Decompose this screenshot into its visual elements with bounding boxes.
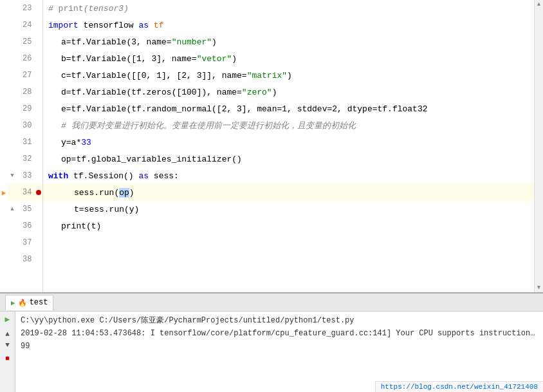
right-scrollbar[interactable]: ▲ ▼ [534,0,543,292]
gutter-row-24: 24 [8,17,42,33]
fold-36[interactable] [8,221,17,230]
scroll-down-icon[interactable]: ▼ [537,285,540,291]
code-line-28[interactable]: d=tf.Variable(tf.zeros([100]), name="zer… [43,84,534,100]
code-line-24[interactable]: import tensorflow as tf [43,17,534,33]
code-line-23[interactable]: # print(tensor3) [43,0,534,17]
run-tab[interactable]: ▶ 🔥 test [5,295,53,310]
editor-area: ▶ 23 24 25 26 [0,0,543,292]
fold-29[interactable] [8,104,17,113]
line-num-29: 29 [17,104,34,113]
gutter-row-31: 31 [8,134,42,151]
fold-27[interactable] [8,71,17,80]
code-token: tf [154,21,164,30]
code-token: as [138,21,149,30]
gutter-row-35: ▲ 35 [8,201,42,218]
gutter-row-26: 26 [8,50,42,67]
code-token: import [48,21,78,30]
console-output-text2: 99 [21,342,30,351]
code-line-30[interactable]: # 我们要对变量进行初始化。变量在使用前一定要进行初始化，且变量的初始化 [43,117,534,134]
debug-indicators: ▶ [0,0,8,292]
code-line-38[interactable] [43,251,534,268]
code-token: sess.run( [74,188,119,198]
fold-23[interactable] [8,4,17,13]
code-line-32[interactable]: op=tf.global_variables_initializer() [43,151,534,167]
code-token: # 我们要对变量进行初始化。变量在使用前一定要进行初始化，且变量的初始化 [61,120,356,131]
code-line-37[interactable] [43,234,534,251]
line-num-32: 32 [17,154,34,163]
line-num-33: 33 [17,171,34,180]
code-token [149,21,154,30]
code-line-36[interactable]: print(t) [43,218,534,234]
code-line-25[interactable]: a=tf.Variable(3, name="number") [43,33,534,50]
line-num-36: 36 [17,221,34,230]
gutter-row-37: 37 [8,234,42,251]
code-token: "vetor" [197,54,232,64]
line-number-gutter: 23 24 25 26 27 28 [8,0,43,292]
bottom-tabs: ▶ 🔥 test [0,294,543,312]
console-stop-btn[interactable]: ■ [5,355,10,362]
line-num-28: 28 [17,88,34,97]
fold-37[interactable] [8,238,17,247]
bp-34[interactable] [34,190,42,195]
console-output-area: ▶ ▲ ▼ ■ C:\yy\python.exe C:/Users/陈亚豪/Py… [0,312,543,392]
code-token: ) [129,188,134,198]
fold-35[interactable]: ▲ [8,205,17,214]
code-line-27[interactable]: c=tf.Variable([[0, 1], [2, 3]], name="ma… [43,67,534,84]
code-line-34[interactable]: sess.run(op) [43,184,534,201]
indicator-36 [0,218,8,234]
line-num-31: 31 [17,138,34,147]
line-num-38: 38 [17,255,34,264]
gutter-row-28: 28 [8,84,42,100]
line-num-37: 37 [17,238,34,247]
console-output-text1: 2019-02-28 11:04:53.473648: I tensorflow… [21,329,538,338]
fold-31[interactable] [8,138,17,147]
code-token: t=sess.run(y) [74,205,139,214]
code-token: "matrix" [247,71,287,80]
code-line-35[interactable]: t=sess.run(y) [43,201,534,218]
gutter-row-34: 34 [8,184,42,201]
run-play-icon: ▶ [11,299,15,307]
code-token: c=tf.Variable([[0, 1], [2, 3]], name= [61,71,247,80]
fold-32[interactable] [8,154,17,163]
code-line-33[interactable]: with tf.Session() as sess: [43,167,534,184]
url-text: https://blog.csdn.net/weixin_41721408 [381,383,538,391]
console-play-btn[interactable]: ▶ [5,314,10,324]
gutter-row-30: 30 [8,117,42,134]
fold-34[interactable] [8,188,17,197]
console-down-btn[interactable]: ▼ [5,341,10,349]
indicator-37 [0,234,8,251]
code-content[interactable]: # print(tensor3) import tensorflow as tf… [43,0,534,292]
indicator-28 [0,84,8,100]
scroll-up-icon[interactable]: ▲ [537,1,540,8]
indicator-24 [0,17,8,33]
code-token: e=tf.Variable(tf.random_normal([2, 3], m… [61,104,428,114]
fold-30[interactable] [8,121,17,130]
debug-arrow-icon: ▶ [2,189,6,197]
line-num-30: 30 [17,121,34,130]
code-line-31[interactable]: y=a*33 [43,134,534,151]
console-output-line1: 2019-02-28 11:04:53.473648: I tensorflow… [21,327,538,340]
code-token: ) [232,54,237,64]
line-num-26: 26 [17,54,34,63]
console-up-btn[interactable]: ▲ [5,330,10,338]
console-cmd-text: C:\yy\python.exe C:/Users/陈亚豪/PycharmPro… [21,316,354,325]
code-line-29[interactable]: e=tf.Variable(tf.random_normal([2, 3], m… [43,100,534,117]
code-token: print(t) [61,221,101,231]
url-bar: https://blog.csdn.net/weixin_41721408 [375,381,543,392]
line-num-34: 34 [17,188,34,197]
fold-26[interactable] [8,54,17,63]
gutter-row-36: 36 [8,218,42,234]
fold-38[interactable] [8,255,17,264]
fold-25[interactable] [8,37,17,46]
fold-24[interactable] [8,21,17,30]
bottom-panel: ▶ 🔥 test ▶ ▲ ▼ ■ C:\yy\python.exe C:/Use… [0,292,543,392]
gutter-row-38: 38 [8,251,42,268]
fold-28[interactable] [8,88,17,97]
console-cmd-line: C:\yy\python.exe C:/Users/陈亚豪/PycharmPro… [21,314,538,327]
code-line-26[interactable]: b=tf.Variable([1, 3], name="vetor") [43,50,534,67]
gutter-row-25: 25 [8,33,42,50]
indicator-35 [0,201,8,218]
indicator-27 [0,67,8,84]
console-text: C:\yy\python.exe C:/Users/陈亚豪/PycharmPro… [15,312,543,392]
fold-33[interactable]: ▼ [8,171,17,180]
